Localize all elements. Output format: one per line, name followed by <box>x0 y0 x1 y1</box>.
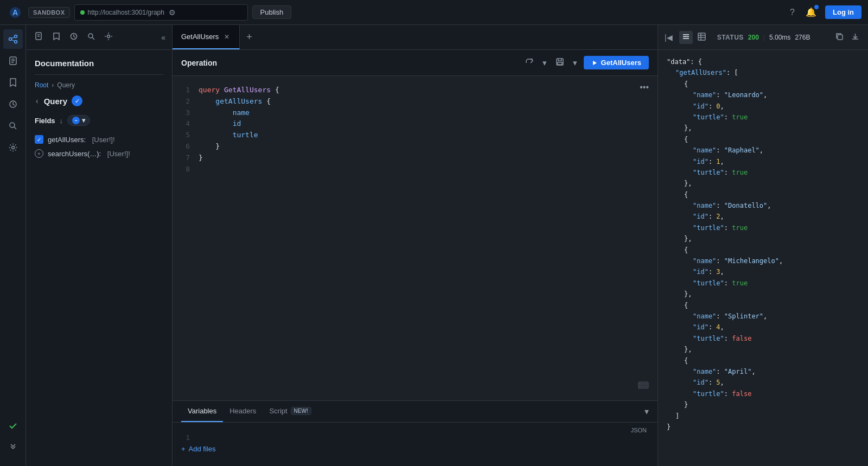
field-checkbox-checked[interactable]: ✓ <box>35 135 43 144</box>
field-getAllUsers-name: getAllUsers: <box>48 136 86 144</box>
svg-point-14 <box>11 146 14 149</box>
url-settings-button[interactable]: ⚙ <box>168 7 177 18</box>
sidebar-btn-graph[interactable] <box>3 29 23 49</box>
line-num-2: 2 <box>181 96 190 107</box>
notifications-button[interactable]: 🔔 <box>803 5 819 20</box>
right-actions <box>833 30 861 44</box>
sidebar-btn-docs[interactable] <box>3 51 23 71</box>
operation-actions: ▾ ▾ GetAllUsers <box>523 55 649 70</box>
add-files-icon: + <box>181 445 186 453</box>
add-files-row[interactable]: + Add files <box>181 445 649 453</box>
query-header: ‹ Query ✓ <box>35 95 163 106</box>
code-line-8: 8 <box>181 164 649 175</box>
view-table-button[interactable] <box>695 31 709 44</box>
save-dropdown-button[interactable]: ▾ <box>571 56 579 70</box>
code-line-5: 5 turtle <box>181 130 649 141</box>
toolbar-bookmark-icon[interactable] <box>50 30 63 44</box>
icon-sidebar <box>0 25 26 466</box>
svg-line-6 <box>11 40 15 41</box>
status-code: 200 <box>748 34 759 41</box>
breadcrumb-sep: › <box>52 81 54 89</box>
view-list-button[interactable] <box>679 31 693 44</box>
sidebar-btn-settings[interactable] <box>3 138 23 157</box>
svg-point-2 <box>9 38 11 41</box>
code-line-3: 3 name <box>181 107 649 119</box>
code-content-2: getAllUsers { <box>199 96 271 107</box>
bottom-collapse-button[interactable]: ▾ <box>644 406 649 417</box>
publish-button[interactable]: Publish <box>252 5 292 19</box>
line-num-8: 8 <box>181 164 190 175</box>
download-button[interactable] <box>849 30 861 44</box>
line-num-7: 7 <box>181 152 190 164</box>
share-dropdown-button[interactable]: ▾ <box>540 56 549 70</box>
tab-script[interactable]: Script NEW! <box>263 401 317 422</box>
back-button[interactable]: ‹ <box>35 95 40 106</box>
line-num-4: 4 <box>181 118 190 130</box>
line-num-6: 6 <box>181 141 190 152</box>
view-toggle <box>679 31 709 44</box>
svg-rect-31 <box>646 386 647 387</box>
svg-point-21 <box>107 35 110 38</box>
help-button[interactable]: ? <box>788 5 797 20</box>
svg-point-4 <box>14 41 17 43</box>
line-num-1: 1 <box>181 85 190 96</box>
top-bar: A SANDBOX http://localhost:3001/graph ⚙ … <box>0 0 868 25</box>
svg-rect-28 <box>646 383 647 385</box>
code-editor[interactable]: 1 query GetAllUsers { 2 getAllUsers { 3 … <box>173 76 658 400</box>
url-text: http://localhost:3001/graph <box>88 9 164 16</box>
breadcrumb-root[interactable]: Root <box>35 81 48 89</box>
sidebar-btn-search[interactable] <box>3 116 23 136</box>
svg-point-12 <box>10 123 15 127</box>
toolbar-settings-icon[interactable] <box>102 30 115 44</box>
tab-variables[interactable]: Variables <box>181 401 223 422</box>
login-button[interactable]: Log in <box>825 5 861 19</box>
vars-line-1: 1 <box>181 433 649 442</box>
main-layout: « Documentation Root › Query ‹ Query ✓ F… <box>0 25 868 466</box>
fields-filter-button[interactable]: − ▾ <box>67 115 90 126</box>
field-item-getAllUsers[interactable]: ✓ getAllUsers: [User!]! <box>35 132 163 146</box>
save-button[interactable] <box>553 55 566 70</box>
svg-text:A: A <box>12 8 18 17</box>
code-content-3: name <box>199 107 250 119</box>
sidebar-btn-bookmark[interactable] <box>3 73 23 92</box>
bottom-tabs: Variables Headers Script NEW! ▾ <box>173 401 658 423</box>
toolbar-docs-icon[interactable] <box>33 30 46 44</box>
filter-dot: − <box>72 117 80 124</box>
fields-header: Fields ↓ − ▾ <box>35 115 163 126</box>
copy-button[interactable] <box>833 30 846 44</box>
svg-rect-23 <box>558 62 562 65</box>
more-options-button[interactable]: ••• <box>640 82 649 92</box>
code-line-1: 1 query GetAllUsers { <box>181 85 649 96</box>
operation-label: Operation <box>181 59 217 67</box>
keyboard-shortcut-icon <box>638 378 649 394</box>
field-add-button[interactable]: + <box>35 149 43 158</box>
sidebar-btn-checkmark[interactable] <box>3 416 23 436</box>
toolbar-history-icon[interactable] <box>67 30 80 44</box>
code-line-6: 6 } <box>181 141 649 152</box>
run-button[interactable]: GetAllUsers <box>584 56 649 69</box>
fields-sort-button[interactable]: ↓ <box>60 117 63 125</box>
sidebar-btn-expand[interactable] <box>3 438 23 457</box>
field-item-searchUsers[interactable]: + searchUsers(…): [User!]! <box>35 146 163 161</box>
tab-headers-label: Headers <box>229 407 256 415</box>
status-area: STATUS 200 | 5.00ms 276B <box>717 34 810 41</box>
share-button[interactable] <box>523 55 536 70</box>
right-panel: |◀ <box>658 25 868 466</box>
tab-close-button[interactable]: ✕ <box>223 32 231 42</box>
toolbar-search-icon[interactable] <box>85 30 98 44</box>
tab-get-all-users[interactable]: GetAllUsers ✕ <box>173 25 240 49</box>
json-label: JSON <box>181 427 649 433</box>
status-time: 5.00ms <box>769 34 790 41</box>
doc-sidebar: « Documentation Root › Query ‹ Query ✓ F… <box>26 25 173 466</box>
collapse-sidebar-button[interactable]: « <box>161 33 165 42</box>
sidebar-btn-history[interactable] <box>3 94 23 114</box>
tab-headers[interactable]: Headers <box>223 401 263 422</box>
svg-marker-24 <box>593 61 597 65</box>
tabs-bar: GetAllUsers ✕ + <box>173 25 658 50</box>
tab-add-button[interactable]: + <box>240 31 259 43</box>
run-button-label: GetAllUsers <box>601 59 641 67</box>
svg-rect-30 <box>642 386 644 387</box>
right-sidebar-toggle[interactable]: |◀ <box>665 33 673 42</box>
breadcrumb-current: Query <box>57 81 75 89</box>
url-bar[interactable]: http://localhost:3001/graph ⚙ <box>74 4 248 21</box>
